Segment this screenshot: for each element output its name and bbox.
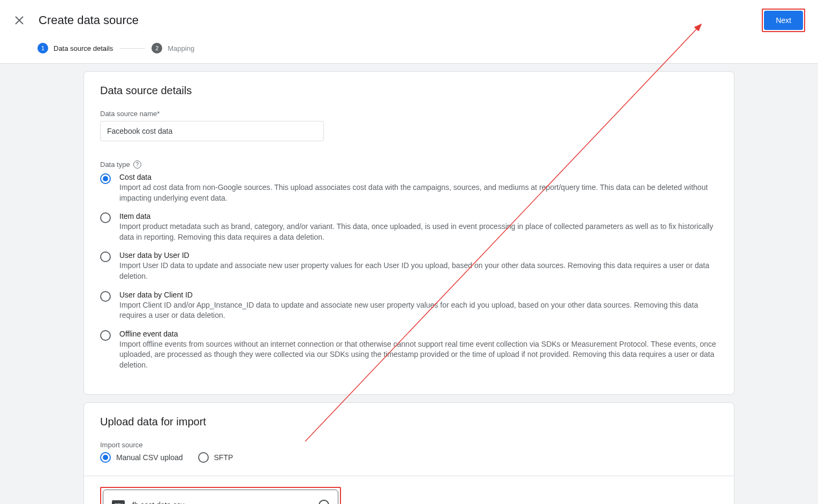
radio-description: Import product metadata such as brand, c… [119, 222, 718, 242]
remove-file-button[interactable] [319, 500, 329, 504]
step-connector [119, 48, 145, 49]
page-title: Create data source [39, 13, 762, 27]
radio-option-item-data[interactable]: Item dataImport product metadata such as… [100, 212, 718, 242]
radio-label: SFTP [214, 453, 233, 462]
field-label-name: Data source name* [100, 110, 718, 118]
radio-option-user-data-by-user-id[interactable]: User data by User IDImport User ID data … [100, 251, 718, 281]
field-label-import-source: Import source [100, 441, 718, 449]
radio-button[interactable] [100, 291, 111, 302]
radio-option-offline-event-data[interactable]: Offline event dataImport offline events … [100, 330, 718, 371]
data-source-name-input[interactable] [100, 121, 324, 141]
step-number-badge: 1 [37, 43, 48, 54]
radio-title: Item data [119, 212, 718, 220]
radio-description: Import User ID data to update and associ… [119, 261, 718, 281]
annotation-highlight-file: CSV fb cost data.csv [100, 487, 341, 504]
stepper: 1 Data source details 2 Mapping [0, 36, 818, 63]
upload-card: Upload data for import Import source Man… [84, 402, 734, 504]
close-button[interactable] [13, 14, 26, 27]
radio-option-user-data-by-client-id[interactable]: User data by Client IDImport Client ID a… [100, 291, 718, 321]
step-label: Data source details [54, 44, 113, 52]
step-data-source-details[interactable]: 1 Data source details [37, 43, 113, 54]
divider [84, 476, 734, 476]
annotation-highlight-next: Next [762, 9, 805, 32]
radio-option-sftp[interactable]: SFTP [198, 452, 233, 463]
step-mapping: 2 Mapping [152, 43, 194, 54]
radio-label: Manual CSV upload [116, 453, 183, 462]
radio-button[interactable] [100, 452, 111, 463]
step-label: Mapping [168, 44, 194, 52]
uploaded-file-box: CSV fb cost data.csv [103, 490, 338, 504]
section-title: Data source details [100, 85, 718, 97]
close-icon [14, 16, 24, 25]
radio-title: Offline event data [119, 330, 718, 338]
radio-title: Cost data [119, 173, 718, 181]
section-title: Upload data for import [100, 416, 718, 428]
radio-title: User data by Client ID [119, 291, 718, 299]
help-icon[interactable]: ? [133, 161, 141, 169]
field-label-type: Data type ? [100, 161, 718, 169]
radio-button[interactable] [100, 251, 111, 262]
csv-file-icon: CSV [112, 500, 125, 504]
file-name: fb cost data.csv [132, 501, 311, 504]
dialog-header: Create data source Next 1 Data source de… [0, 0, 818, 64]
radio-option-cost-data[interactable]: Cost dataImport ad cost data from non-Go… [100, 173, 718, 203]
radio-description: Import offline events from sources witho… [119, 339, 718, 371]
step-number-badge: 2 [152, 43, 162, 54]
radio-button[interactable] [198, 452, 209, 463]
details-card: Data source details Data source name* Da… [84, 71, 734, 395]
radio-description: Import ad cost data from non-Google sour… [119, 182, 718, 203]
radio-button[interactable] [100, 173, 111, 184]
radio-description: Import Client ID and/or App_Instance_ID … [119, 300, 718, 321]
next-button[interactable]: Next [764, 11, 803, 30]
radio-button[interactable] [100, 212, 111, 223]
radio-option-manual-csv-upload[interactable]: Manual CSV upload [100, 452, 183, 463]
radio-title: User data by User ID [119, 251, 718, 259]
radio-button[interactable] [100, 330, 111, 341]
